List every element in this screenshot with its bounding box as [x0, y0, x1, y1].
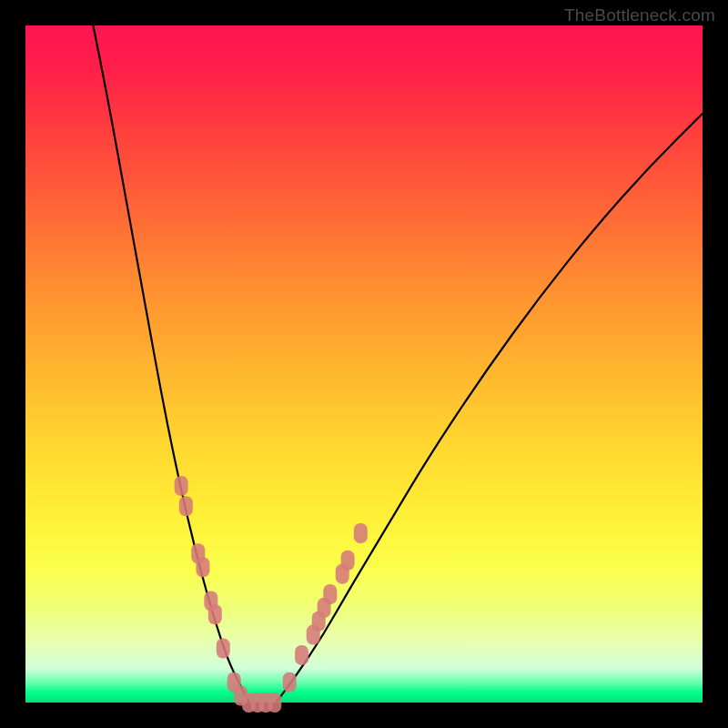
watermark-text: TheBottleneck.com: [564, 5, 715, 25]
chart-plot-area: [25, 25, 703, 703]
